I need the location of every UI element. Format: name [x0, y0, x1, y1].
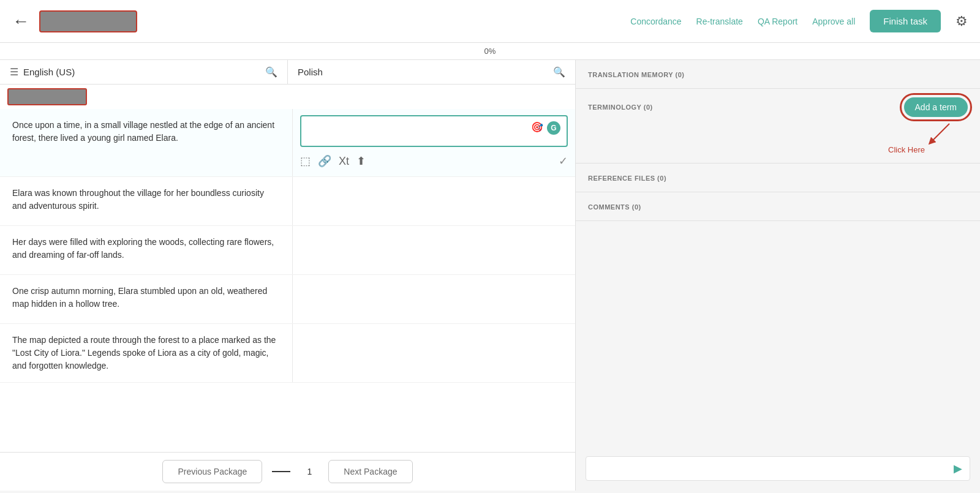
tm-match-icon[interactable]: 🎯	[531, 121, 543, 133]
source-lang-label: English (US)	[23, 67, 75, 77]
progress-text: 0%	[484, 47, 496, 56]
right-spacer	[576, 221, 980, 446]
back-button[interactable]: ←	[12, 12, 29, 31]
insert-source-icon[interactable]: ⬚	[300, 154, 311, 168]
approve-all-link[interactable]: Approve all	[812, 17, 855, 26]
progress-bar-area: 0%	[0, 43, 980, 60]
main-container: ☰ English (US) 🔍 Polish 🔍 Once upon a ti…	[0, 60, 980, 491]
terminology-label: TERMINOLOGY (0)	[588, 103, 653, 111]
segment-source-text: Once upon a time, in a small village nes…	[0, 109, 293, 176]
file-name-box	[7, 88, 87, 105]
send-comment-icon[interactable]: ▶	[954, 462, 962, 475]
segment-source-text: The map depicted a route through the for…	[0, 324, 293, 382]
comments-label: COMMENTS (0)	[588, 203, 641, 211]
arrow-annotation-svg	[913, 121, 962, 145]
comment-text-input[interactable]	[594, 464, 949, 473]
retranslate-link[interactable]: Re-translate	[696, 17, 743, 26]
target-lang-label: Polish	[298, 67, 323, 77]
comment-input-section: ▶	[576, 446, 980, 491]
click-here-label: Click Here	[888, 145, 925, 154]
google-translate-icon[interactable]: G	[547, 121, 560, 135]
segment-row: One crisp autumn morning, Elara stumbled…	[0, 275, 575, 324]
segment-source-text: One crisp autumn morning, Elara stumbled…	[0, 275, 293, 323]
top-bar-right: Concordance Re-translate QA Report Appro…	[630, 10, 968, 32]
target-column-header: Polish 🔍	[288, 60, 575, 84]
segment-row: Elara was known throughout the village f…	[0, 177, 575, 226]
annotation-container: Click Here	[588, 121, 962, 154]
source-column-header: ☰ English (US) 🔍	[0, 60, 288, 84]
comments-section: COMMENTS (0)	[576, 192, 980, 221]
terminology-row: TERMINOLOGY (0) Add a term	[588, 97, 968, 117]
add-term-button[interactable]: Add a term	[904, 97, 968, 117]
segment-row: Her days were filled with exploring the …	[0, 226, 575, 275]
top-bar-left: ←	[12, 10, 137, 32]
finish-task-button[interactable]: Finish task	[870, 10, 941, 32]
translation-input-box: 🎯 G	[300, 115, 568, 147]
source-search-icon[interactable]: 🔍	[265, 66, 277, 78]
segment-target-area[interactable]	[293, 324, 575, 382]
segment-target-area[interactable]	[293, 177, 575, 225]
upload-icon[interactable]: ⬆	[356, 154, 366, 168]
segment-source-text: Elara was known throughout the village f…	[0, 177, 293, 225]
page-number-input[interactable]	[300, 467, 318, 476]
segment-row: Once upon a time, in a small village nes…	[0, 109, 575, 177]
top-bar: ← Concordance Re-translate QA Report App…	[0, 0, 980, 43]
bottom-navigation: Previous Package Next Package	[0, 452, 575, 491]
translate-icon[interactable]: Xt	[339, 155, 349, 168]
settings-icon[interactable]: ⚙	[956, 13, 968, 29]
target-search-icon[interactable]: 🔍	[553, 66, 565, 78]
segment-toolbar: ⬚ 🔗 Xt ⬆ ✓	[300, 152, 568, 170]
translation-memory-label: TRANSLATION MEMORY (0)	[588, 71, 684, 78]
concordance-link[interactable]: Concordance	[630, 17, 681, 26]
terminology-section: TERMINOLOGY (0) Add a term Click Here	[576, 89, 980, 164]
segment-row: The map depicted a route through the for…	[0, 324, 575, 383]
segment-target-area[interactable]	[293, 226, 575, 274]
segment-target-area[interactable]	[293, 275, 575, 323]
segment-source-text: Her days were filled with exploring the …	[0, 226, 293, 274]
right-main: TRANSLATION MEMORY (0) TERMINOLOGY (0) A…	[576, 60, 980, 491]
comment-input-row: ▶	[586, 456, 970, 481]
translation-memory-section: TRANSLATION MEMORY (0)	[576, 60, 980, 89]
project-name-box	[39, 10, 137, 32]
page-divider	[272, 471, 290, 472]
reference-files-section: REFERENCE FILES (0)	[576, 164, 980, 192]
segment-target-area: 🎯 G ⬚ 🔗 Xt ⬆ ✓	[293, 109, 575, 176]
link-icon[interactable]: 🔗	[318, 154, 331, 168]
filter-icon[interactable]: ☰	[10, 66, 18, 78]
right-panel: TRANSLATION MEMORY (0) TERMINOLOGY (0) A…	[576, 60, 980, 491]
previous-package-button[interactable]: Previous Package	[162, 460, 262, 483]
next-package-button[interactable]: Next Package	[328, 460, 412, 483]
svg-line-0	[931, 124, 949, 142]
segments-area: Once upon a time, in a small village nes…	[0, 109, 575, 452]
column-headers: ☰ English (US) 🔍 Polish 🔍	[0, 60, 575, 85]
left-panel: ☰ English (US) 🔍 Polish 🔍 Once upon a ti…	[0, 60, 576, 491]
confirm-icon[interactable]: ✓	[559, 154, 568, 168]
reference-files-label: REFERENCE FILES (0)	[588, 175, 666, 182]
translation-textarea[interactable]	[307, 121, 527, 141]
qa-report-link[interactable]: QA Report	[758, 17, 797, 26]
file-bar-area	[0, 85, 575, 109]
